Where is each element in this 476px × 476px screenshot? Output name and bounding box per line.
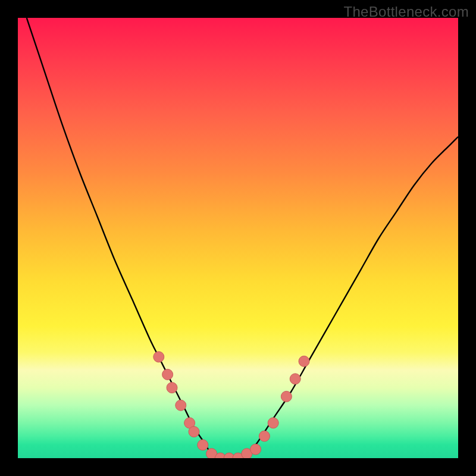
data-marker [189,427,199,437]
data-marker [154,352,164,362]
data-marker [299,356,309,367]
data-marker [268,418,278,428]
watermark-text: TheBottleneck.com [343,4,469,20]
data-marker [290,374,300,384]
data-marker [198,440,208,450]
bottleneck-curve [27,18,458,458]
marker-layer [154,352,309,458]
data-marker [167,383,177,393]
data-marker [176,400,186,411]
curve-layer [27,18,458,458]
data-marker [259,431,270,441]
data-marker [250,444,261,455]
chart-frame: TheBottleneck.com [0,0,476,476]
data-marker [281,391,292,402]
data-marker [162,369,173,380]
chart-svg [18,18,458,458]
chart-plot-area [18,18,458,458]
